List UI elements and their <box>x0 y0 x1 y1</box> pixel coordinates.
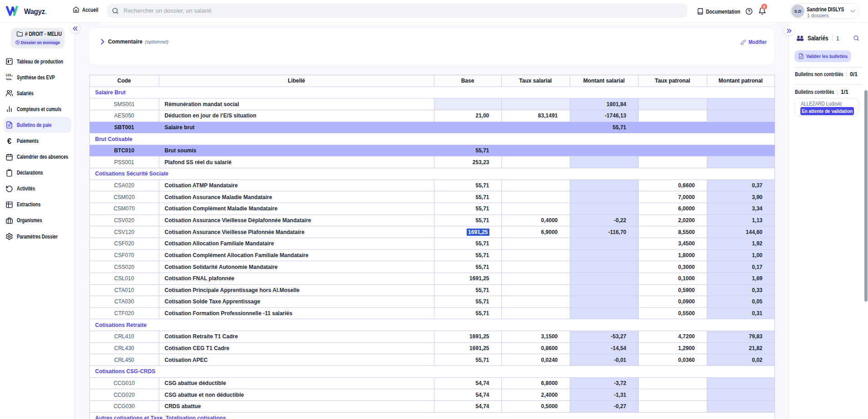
svg-text:123: 123 <box>6 74 11 77</box>
